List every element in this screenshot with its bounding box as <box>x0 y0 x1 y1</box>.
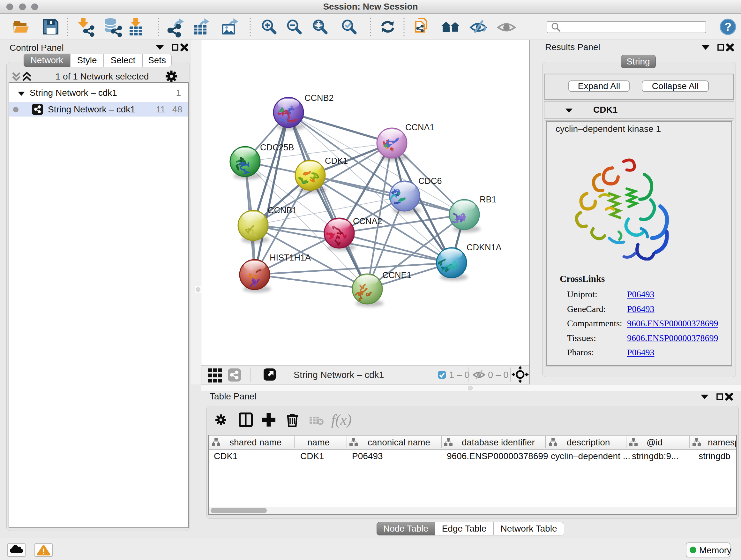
svg-text:shared name: shared name <box>229 437 281 447</box>
svg-text:CDKN1A: CDKN1A <box>467 243 502 252</box>
svg-text:database identifier: database identifier <box>462 437 535 447</box>
svg-text:CCNB2: CCNB2 <box>305 93 334 103</box>
svg-text:CDC6: CDC6 <box>418 176 442 186</box>
svg-text:?: ? <box>724 20 731 34</box>
svg-text:CCNE1: CCNE1 <box>382 270 412 280</box>
svg-text:description: description <box>567 437 610 447</box>
svg-text:name: name <box>307 437 330 447</box>
svg-text:RB1: RB1 <box>480 195 496 204</box>
svg-text:namespac: namespac <box>708 437 736 447</box>
svg-text:CDK1: CDK1 <box>325 156 348 166</box>
svg-text:String Network – cdk1: String Network – cdk1 <box>293 370 384 380</box>
svg-text:CCNA1: CCNA1 <box>405 123 434 132</box>
svg-text:canonical name: canonical name <box>367 437 430 447</box>
svg-text:f(x): f(x) <box>331 413 352 428</box>
svg-text:HIST1H1A: HIST1H1A <box>270 253 311 262</box>
svg-text:1 – 0: 1 – 0 <box>449 370 470 380</box>
svg-text:CCNA2: CCNA2 <box>353 216 382 226</box>
svg-text:1 of 1 Network selected: 1 of 1 Network selected <box>56 71 149 81</box>
svg-text:CCNB1: CCNB1 <box>268 206 297 215</box>
svg-text:CDC25B: CDC25B <box>260 143 294 152</box>
svg-text:0 – 0: 0 – 0 <box>488 370 509 380</box>
svg-text:@id: @id <box>647 437 663 447</box>
